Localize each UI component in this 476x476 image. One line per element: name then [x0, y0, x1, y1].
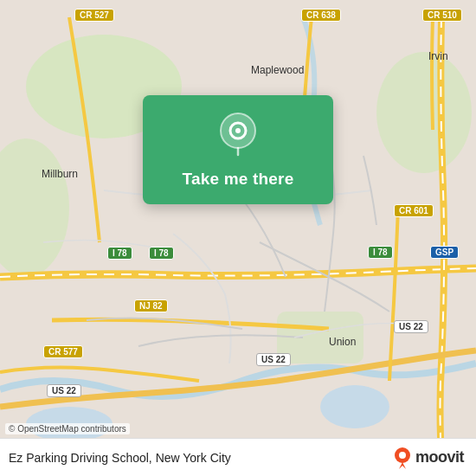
pin-icon-wrapper [214, 111, 262, 159]
map-container: Maplewood Millburn Union Irvin CR 527 CR… [0, 0, 476, 476]
moovit-brand-text: moovit [415, 448, 464, 466]
road-badge-us22-3: US 22 [394, 320, 428, 333]
road-badge-cr601: CR 601 [394, 204, 434, 217]
road-badge-i78-2: I 78 [149, 247, 174, 260]
road-badge-cr577: CR 577 [43, 345, 83, 358]
moovit-icon [393, 447, 412, 469]
map-pin-icon [217, 112, 259, 158]
svg-point-3 [376, 52, 472, 173]
road-badge-gsp: GSP [430, 246, 459, 259]
map-background [0, 0, 476, 476]
svg-point-9 [235, 128, 241, 133]
road-badge-cr527: CR 527 [74, 9, 114, 22]
moovit-logo: moovit [393, 447, 464, 469]
road-badge-i78-3: I 78 [368, 246, 393, 259]
road-badge-cr510: CR 510 [422, 9, 462, 22]
svg-point-5 [320, 385, 389, 428]
road-badge-cr638: CR 638 [301, 9, 341, 22]
osm-attribution: © OpenStreetMap contributors [5, 423, 130, 434]
road-badge-nj82: NJ 82 [134, 299, 168, 312]
svg-point-11 [399, 452, 406, 459]
road-badge-us22-1: US 22 [256, 353, 291, 366]
road-badge-us22-2: US 22 [47, 384, 81, 397]
take-me-there-button[interactable]: Take me there [183, 170, 294, 189]
location-name: Ez Parking Driving School, New York City [9, 451, 231, 465]
road-badge-i78-1: I 78 [107, 247, 132, 260]
bottom-bar: Ez Parking Driving School, New York City… [0, 438, 476, 476]
location-card: Take me there [143, 95, 333, 204]
